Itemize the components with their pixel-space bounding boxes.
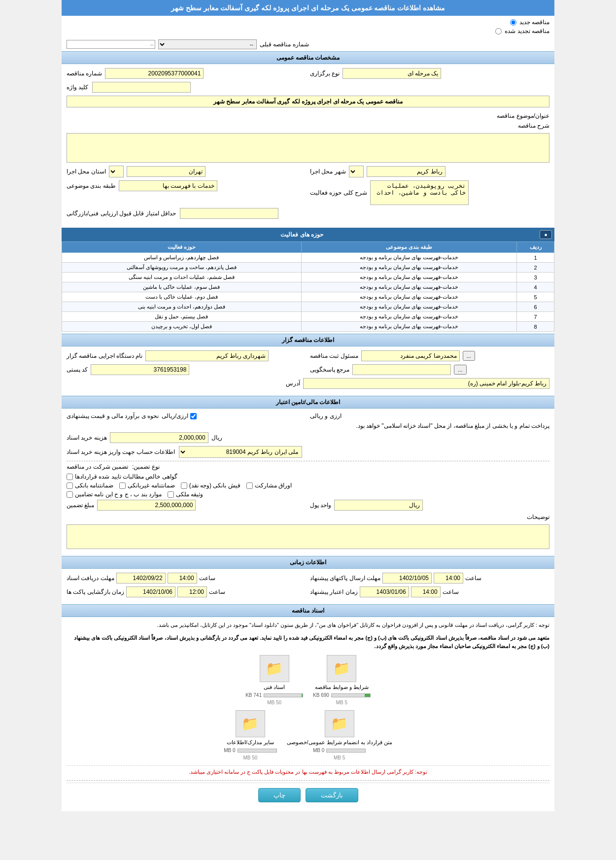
kelid-vazhe-input[interactable] xyxy=(92,82,191,93)
table-row: 1 خدمات-فهرست بهای سازمان برنامه و بودجه… xyxy=(62,253,554,263)
row-tabaghe: خدمات-فهرست بهای سازمان برنامه و بودجه xyxy=(301,292,516,302)
address-input xyxy=(303,378,549,389)
tozihat-label: توضیحات xyxy=(67,514,549,520)
ostan-select[interactable]: ▼ xyxy=(109,166,124,177)
shahr-select[interactable]: ▼ xyxy=(349,166,364,177)
row-hoze: فصل اول، تخریب و برچیدن xyxy=(62,322,302,332)
mohamanat-ghir-checkbox[interactable] xyxy=(119,482,126,489)
nahve-checkbox: ارزی/ریالی xyxy=(162,413,197,419)
nooe-barggozari-label: نوع برگزاری xyxy=(310,70,340,77)
mohamanat-bank-checkbox[interactable] xyxy=(67,482,73,489)
prev-mofaghe-input[interactable] xyxy=(67,40,155,49)
zaman-baz-time-input[interactable] xyxy=(177,586,207,597)
fiche-checkbox[interactable] xyxy=(181,482,187,489)
doc-item-fanni: 📁 اسناد فنی 741 KB 50 MB xyxy=(245,655,303,705)
tabaghe-input xyxy=(119,180,217,191)
page-title: مشاهده اطلاعات مناقصه عمومی یک مرحله ای … xyxy=(62,0,554,16)
kod-posti-input xyxy=(91,364,189,375)
doc-item-sharh: 📁 شرایط و ضوابط مناقصه 690 KB 5 MB xyxy=(313,655,371,705)
zaman-etebar-date-input[interactable] xyxy=(360,586,409,597)
row-tabaghe: خدمات-فهرست بهای سازمان برنامه و بودجه xyxy=(301,253,516,263)
sharh-textarea[interactable] xyxy=(67,133,549,163)
general-section-header: مشخصات مناقصه عمومی xyxy=(62,51,554,64)
doc-label-sayer: سایر مدارک/اطلاعات xyxy=(227,739,274,746)
guarantee-section-label: تضمین شرکت در مناقصه xyxy=(67,463,128,470)
doc-folder-icon-fanni[interactable]: 📁 xyxy=(260,655,289,682)
mablagh-input[interactable] xyxy=(97,500,196,511)
marjae-btn[interactable]: ... xyxy=(454,365,466,375)
col-header-tabaghe: طبقه بندی موضوعی xyxy=(301,242,516,253)
doc-folder-icon-gharardad[interactable]: 📁 xyxy=(325,710,354,737)
hadaghal-input[interactable] xyxy=(180,208,278,219)
mohlat-daryaft-label: مهلت دریافت اسناد xyxy=(67,575,114,582)
marjae-label: مرجع پاسخگویی xyxy=(310,366,349,373)
shahr-label-text: شهر محل اجرا xyxy=(310,168,346,175)
zaman-etebar-time-input[interactable] xyxy=(411,586,441,597)
doc-item-gharardad: 📁 متن قرارداد به انضمام شرایط عمومی/خصوص… xyxy=(287,710,392,760)
table-row: 8 خدمات-فهرست بهای سازمان برنامه و بودجه… xyxy=(62,322,554,332)
masool-btn[interactable]: ... xyxy=(463,351,475,361)
mohlat-daryaft-date-input[interactable] xyxy=(116,573,166,584)
mohlat-daryaft-time-input[interactable] xyxy=(168,573,197,584)
row-tabaghe: خدمات-فهرست بهای سازمان برنامه و بودجه xyxy=(301,312,516,322)
mohamanat-ghir-label: ضمانتنامه غیربانکی xyxy=(128,482,174,489)
bank-select[interactable]: ملی ایران رباط کریم 819004 xyxy=(179,446,302,458)
payment-text: پرداخت تمام و یا بخشی از مبلغ مناقصه، از… xyxy=(356,422,549,429)
mohlat-ersal-date-input[interactable] xyxy=(382,573,432,584)
row-tabaghe: خدمات-فهرست بهای سازمان برنامه و بودجه xyxy=(301,273,516,282)
doc-label-sharh: شرایط و ضوابط مناقصه xyxy=(315,684,369,690)
print-button[interactable]: چاپ xyxy=(258,788,301,802)
col-header-row: ردیف xyxy=(517,242,554,253)
mohlat-ersal-time-input[interactable] xyxy=(434,573,463,584)
row-hoze: فصل پانزدهم، ساخت و مرمت روپوشهای آسفالت… xyxy=(62,263,302,273)
doc-folder-icon-sharh[interactable]: 📁 xyxy=(327,655,356,682)
avarag-checkbox[interactable] xyxy=(246,482,253,489)
marjae-input[interactable] xyxy=(352,364,451,375)
executor-name-label: نام دستگاه اجرایی مناقصه گزار xyxy=(67,352,142,359)
doc-item-sayer: 📁 سایر مدارک/اطلاعات 0 MB 50 MB xyxy=(224,710,276,760)
radio-new[interactable] xyxy=(510,19,516,26)
back-button[interactable]: بازگشت xyxy=(306,788,358,802)
ostan-input xyxy=(127,166,205,177)
mofaghe-number-input xyxy=(105,68,204,79)
radio-renewed-label: مناقصه تجدید شده xyxy=(505,28,549,34)
mofaghe-number-label: شماره مناقصه xyxy=(67,70,102,77)
doc-progress-fanni xyxy=(264,693,303,697)
activity-add-btn[interactable]: ● xyxy=(540,230,552,239)
hazeyne-input[interactable] xyxy=(110,432,208,443)
sharh-label: شرح مناقصه xyxy=(67,122,549,129)
onvan-label: عنوان/موضوع مناقصه xyxy=(67,112,549,119)
bank-info-label: اطلاعات حساب جهت واریز هزینه خرید اسناد xyxy=(67,448,175,455)
kod-posti-label: کد پستی xyxy=(67,366,88,373)
prev-mofaghe-select[interactable]: -- xyxy=(158,39,257,49)
ostan-label: استان محل اجرا xyxy=(67,168,106,175)
mavarid-checkbox[interactable] xyxy=(67,491,73,498)
doc-max-gharardad: 5 MB xyxy=(334,755,345,760)
row-tabaghe: خدمات-فهرست بهای سازمان برنامه و بودجه xyxy=(301,282,516,292)
radio-renewed[interactable] xyxy=(495,28,502,34)
tozihat-textarea[interactable] xyxy=(67,524,549,549)
mohlat-daryaft-time-label: ساعت xyxy=(199,575,215,582)
govahi-label: گواهی خالص مطالبات تایید شده قراردادها xyxy=(75,473,177,480)
zaman-etebar-time-label: ساعت xyxy=(443,588,459,595)
timing-section-header: اطلاعات زمانی xyxy=(62,556,554,569)
kelid-vazhe-label: کلید واژه xyxy=(67,84,88,91)
row-tabaghe: خدمات-فهرست بهای سازمان برنامه و بودجه xyxy=(301,263,516,273)
row-hoze: فصل دوازدهم، احداث و مرمت ابنیه بنی xyxy=(62,302,302,312)
row-num: 7 xyxy=(517,312,554,322)
row-num: 4 xyxy=(517,282,554,292)
zaman-baz-date-input[interactable] xyxy=(126,586,175,597)
doc-folder-icon-sayer[interactable]: 📁 xyxy=(236,710,265,737)
table-row: 3 خدمات-فهرست بهای سازمان برنامه و بودجه… xyxy=(62,273,554,282)
mohamanat-bank-label: ضمانتنامه بانکی xyxy=(75,482,113,489)
avarag-label: اوراق مشارکت xyxy=(255,482,292,489)
govahi-checkbox[interactable] xyxy=(67,474,73,480)
vathiqe-checkbox[interactable] xyxy=(168,491,174,498)
executor-name-input xyxy=(145,350,269,361)
doc-max-sharh: 5 MB xyxy=(336,700,347,705)
nahve-checkbox-input[interactable] xyxy=(190,413,197,419)
mohlat-ersal-label: مهلت ارسال پاکتهای پیشنهاد xyxy=(310,575,380,582)
doc-size-sayer: 0 MB xyxy=(224,748,235,753)
row-hoze: فصل سوم، عملیات خاکی با ماشین xyxy=(62,282,302,292)
notice2: متعهد می شود در اسناد مناقصه، صرفاً بذیر… xyxy=(67,634,549,651)
